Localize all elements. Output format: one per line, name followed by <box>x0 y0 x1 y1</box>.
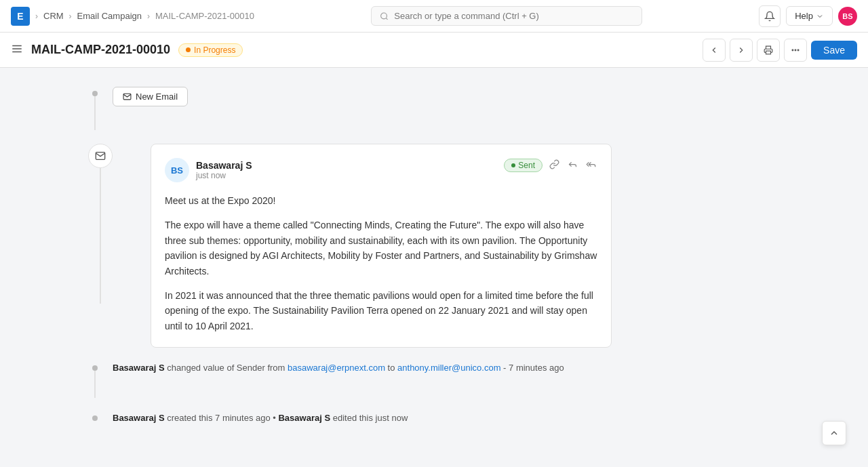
search-icon <box>380 12 389 21</box>
more-horizontal-icon <box>791 45 800 55</box>
user-avatar[interactable]: BS <box>838 7 857 26</box>
timeline-line-1 <box>94 96 96 130</box>
print-button[interactable] <box>757 39 780 62</box>
status-dot <box>186 47 191 52</box>
scroll-to-top-button[interactable] <box>822 421 846 445</box>
email-sender-info: BS Basawaraj S just now <box>165 158 252 182</box>
status-text: In Progress <box>194 45 235 55</box>
navbar-right: Help BS <box>759 5 857 27</box>
sent-badge: Sent <box>504 159 542 172</box>
email-actions: Sent <box>504 158 597 173</box>
timeline-line-2 <box>100 168 101 304</box>
prev-button[interactable] <box>703 39 726 62</box>
subheader-left: MAIL-CAMP-2021-00010 In Progress <box>11 43 243 57</box>
svg-point-7 <box>795 49 796 51</box>
app-logo[interactable]: E <box>11 7 30 26</box>
timeline-line-3 <box>94 371 96 398</box>
activity-sender-change: Basawaraj S changed value of Sender from… <box>113 361 564 375</box>
chevron-down-icon <box>816 12 824 20</box>
subheader-right: Save <box>703 39 857 62</box>
email-thread-icon <box>88 144 113 168</box>
timeline-bullet-1 <box>92 91 98 96</box>
notifications-button[interactable] <box>759 5 781 27</box>
sender-time: just now <box>196 171 252 180</box>
chevron-up-icon <box>829 428 840 439</box>
chevron-right-icon <box>736 45 746 55</box>
chevron-left-icon <box>709 45 719 55</box>
help-label: Help <box>795 11 813 21</box>
sent-dot <box>511 163 515 167</box>
activity-suffix: - 7 minutes ago <box>500 363 564 373</box>
activity-to-email[interactable]: anthony.miller@unico.com <box>397 363 500 373</box>
mail-thread-icon <box>95 150 106 161</box>
sent-label: Sent <box>518 161 535 170</box>
svg-line-1 <box>386 18 387 19</box>
mail-icon <box>123 92 132 101</box>
help-button[interactable]: Help <box>786 6 833 26</box>
sender-avatar: BS <box>165 158 189 182</box>
breadcrumb-email-campaign[interactable]: Email Campaign <box>77 11 142 21</box>
main-content: New Email BS <box>61 68 807 455</box>
document-title: MAIL-CAMP-2021-00010 <box>31 43 170 57</box>
new-email-button[interactable]: New Email <box>113 87 188 106</box>
svg-point-0 <box>381 13 387 19</box>
timeline-bullet-3 <box>92 365 98 371</box>
next-button[interactable] <box>730 39 753 62</box>
activity-created-text: created this 7 minutes ago • <box>165 413 279 423</box>
breadcrumb-sep-2: › <box>69 12 72 21</box>
email-paragraph-2: The expo will have a theme called "Conne… <box>165 218 597 279</box>
timeline-bullet-4 <box>92 415 98 421</box>
new-email-label: New Email <box>136 92 178 102</box>
activity-from-email[interactable]: basawaraj@erpnext.com <box>288 363 385 373</box>
subheader: MAIL-CAMP-2021-00010 In Progress Sa <box>0 33 868 68</box>
breadcrumb-current: MAIL-CAMP-2021-00010 <box>155 11 254 21</box>
activity-created: Basawaraj S created this 7 minutes ago •… <box>113 411 408 425</box>
activity-author-1: Basawaraj S <box>113 363 165 373</box>
navbar: E › CRM › Email Campaign › MAIL-CAMP-202… <box>0 0 868 33</box>
breadcrumb-sep-1: › <box>35 12 38 21</box>
navbar-left: E › CRM › Email Campaign › MAIL-CAMP-202… <box>11 7 254 26</box>
breadcrumb-crm[interactable]: CRM <box>43 11 64 21</box>
sender-name: Basawaraj S <box>196 160 252 171</box>
activity-edited-text: edited this just now <box>330 413 408 423</box>
email-header: BS Basawaraj S just now Sent <box>165 158 597 182</box>
search-input[interactable] <box>394 11 633 21</box>
link-icon[interactable] <box>548 158 561 173</box>
timeline: New Email BS <box>88 84 780 425</box>
activity-change-text: changed value of Sender from <box>165 363 288 373</box>
email-paragraph-3: In 2021 it was announced that the three … <box>165 288 597 333</box>
email-body: Meet us at the Expo 2020! The expo will … <box>165 193 597 333</box>
activity-author2-2: Basawaraj S <box>278 413 330 423</box>
activity-to-text: to <box>385 363 397 373</box>
activity-author2-1: Basawaraj S <box>113 413 165 423</box>
breadcrumb-sep-3: › <box>147 12 150 21</box>
svg-rect-5 <box>766 51 771 54</box>
menu-toggle-icon[interactable] <box>11 43 23 57</box>
svg-point-6 <box>792 49 793 51</box>
sender-details: Basawaraj S just now <box>196 160 252 180</box>
save-button[interactable]: Save <box>811 41 857 60</box>
reply-icon[interactable] <box>566 158 579 173</box>
printer-icon <box>764 45 773 55</box>
status-badge: In Progress <box>178 43 243 57</box>
search-area <box>371 6 642 26</box>
more-options-button[interactable] <box>784 39 807 62</box>
email-card: BS Basawaraj S just now Sent <box>151 144 612 348</box>
reply-all-icon[interactable] <box>585 158 597 173</box>
search-box[interactable] <box>371 6 642 26</box>
email-paragraph-1: Meet us at the Expo 2020! <box>165 193 597 208</box>
svg-point-8 <box>797 49 799 51</box>
bell-icon <box>764 11 775 22</box>
